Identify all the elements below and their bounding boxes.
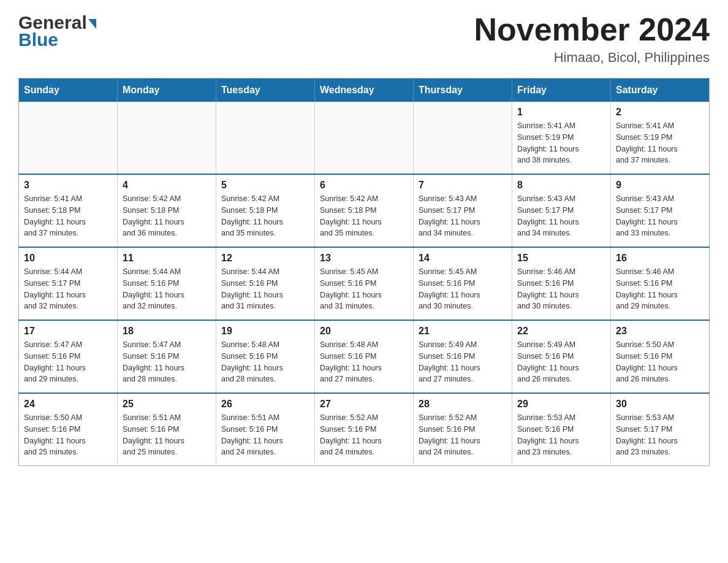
calendar-cell: 21Sunrise: 5:49 AMSunset: 5:16 PMDayligh…	[414, 320, 512, 393]
calendar-cell: 3Sunrise: 5:41 AMSunset: 5:18 PMDaylight…	[19, 174, 118, 247]
calendar-cell: 27Sunrise: 5:52 AMSunset: 5:16 PMDayligh…	[315, 393, 414, 466]
calendar-cell: 1Sunrise: 5:41 AMSunset: 5:19 PMDaylight…	[512, 102, 611, 174]
calendar-cell: 24Sunrise: 5:50 AMSunset: 5:16 PMDayligh…	[19, 393, 118, 466]
calendar-cell: 23Sunrise: 5:50 AMSunset: 5:16 PMDayligh…	[611, 320, 710, 393]
day-number: 28	[419, 399, 507, 410]
calendar-cell: 16Sunrise: 5:46 AMSunset: 5:16 PMDayligh…	[611, 247, 710, 320]
day-info: Sunrise: 5:42 AMSunset: 5:18 PMDaylight:…	[221, 193, 309, 239]
calendar-week-0: 1Sunrise: 5:41 AMSunset: 5:19 PMDaylight…	[19, 102, 710, 174]
day-info: Sunrise: 5:49 AMSunset: 5:16 PMDaylight:…	[517, 339, 605, 385]
day-info: Sunrise: 5:51 AMSunset: 5:16 PMDaylight:…	[221, 412, 309, 458]
month-title: November 2024	[474, 12, 710, 47]
day-number: 6	[320, 180, 408, 191]
calendar-cell: 6Sunrise: 5:42 AMSunset: 5:18 PMDaylight…	[315, 174, 414, 247]
calendar-week-3: 17Sunrise: 5:47 AMSunset: 5:16 PMDayligh…	[19, 320, 710, 393]
calendar-cell: 26Sunrise: 5:51 AMSunset: 5:16 PMDayligh…	[216, 393, 315, 466]
day-number: 29	[517, 399, 605, 410]
day-info: Sunrise: 5:45 AMSunset: 5:16 PMDaylight:…	[419, 266, 507, 312]
calendar-cell	[216, 102, 315, 174]
page-header: General Blue November 2024 Himaao, Bicol…	[18, 12, 710, 66]
calendar-table: SundayMondayTuesdayWednesdayThursdayFrid…	[18, 78, 710, 466]
calendar-cell: 17Sunrise: 5:47 AMSunset: 5:16 PMDayligh…	[19, 320, 118, 393]
day-number: 25	[123, 399, 211, 410]
day-info: Sunrise: 5:50 AMSunset: 5:16 PMDaylight:…	[616, 339, 704, 385]
day-info: Sunrise: 5:53 AMSunset: 5:17 PMDaylight:…	[616, 412, 704, 458]
calendar-week-4: 24Sunrise: 5:50 AMSunset: 5:16 PMDayligh…	[19, 393, 710, 466]
calendar-cell	[118, 102, 216, 174]
day-info: Sunrise: 5:48 AMSunset: 5:16 PMDaylight:…	[221, 339, 309, 385]
day-info: Sunrise: 5:42 AMSunset: 5:18 PMDaylight:…	[123, 193, 211, 239]
calendar-cell: 14Sunrise: 5:45 AMSunset: 5:16 PMDayligh…	[414, 247, 512, 320]
day-number: 8	[517, 180, 605, 191]
day-number: 4	[123, 180, 211, 191]
day-number: 12	[221, 253, 309, 264]
day-info: Sunrise: 5:45 AMSunset: 5:16 PMDaylight:…	[320, 266, 408, 312]
location-title: Himaao, Bicol, Philippines	[474, 50, 710, 66]
calendar-cell: 18Sunrise: 5:47 AMSunset: 5:16 PMDayligh…	[118, 320, 216, 393]
day-number: 5	[221, 180, 309, 191]
day-number: 17	[24, 326, 112, 337]
day-header-tuesday: Tuesday	[216, 79, 315, 102]
day-info: Sunrise: 5:42 AMSunset: 5:18 PMDaylight:…	[320, 193, 408, 239]
calendar-cell: 20Sunrise: 5:48 AMSunset: 5:16 PMDayligh…	[315, 320, 414, 393]
calendar-cell: 30Sunrise: 5:53 AMSunset: 5:17 PMDayligh…	[611, 393, 710, 466]
day-info: Sunrise: 5:43 AMSunset: 5:17 PMDaylight:…	[419, 193, 507, 239]
day-info: Sunrise: 5:52 AMSunset: 5:16 PMDaylight:…	[419, 412, 507, 458]
calendar-cell: 15Sunrise: 5:46 AMSunset: 5:16 PMDayligh…	[512, 247, 611, 320]
logo-triangle-icon	[88, 19, 96, 29]
day-number: 30	[616, 399, 704, 410]
calendar-cell: 5Sunrise: 5:42 AMSunset: 5:18 PMDaylight…	[216, 174, 315, 247]
day-number: 18	[123, 326, 211, 337]
day-info: Sunrise: 5:43 AMSunset: 5:17 PMDaylight:…	[616, 193, 704, 239]
logo-blue-text: Blue	[18, 29, 58, 50]
logo: General Blue	[18, 12, 96, 50]
day-info: Sunrise: 5:50 AMSunset: 5:16 PMDaylight:…	[24, 412, 112, 458]
calendar-week-2: 10Sunrise: 5:44 AMSunset: 5:17 PMDayligh…	[19, 247, 710, 320]
day-info: Sunrise: 5:51 AMSunset: 5:16 PMDaylight:…	[123, 412, 211, 458]
day-info: Sunrise: 5:43 AMSunset: 5:17 PMDaylight:…	[517, 193, 605, 239]
calendar-cell: 4Sunrise: 5:42 AMSunset: 5:18 PMDaylight…	[118, 174, 216, 247]
day-header-friday: Friday	[512, 79, 611, 102]
day-header-thursday: Thursday	[414, 79, 512, 102]
days-of-week-row: SundayMondayTuesdayWednesdayThursdayFrid…	[19, 79, 710, 102]
day-header-monday: Monday	[118, 79, 216, 102]
calendar-cell: 28Sunrise: 5:52 AMSunset: 5:16 PMDayligh…	[414, 393, 512, 466]
day-number: 19	[221, 326, 309, 337]
day-number: 1	[517, 107, 605, 118]
day-number: 3	[24, 180, 112, 191]
day-info: Sunrise: 5:48 AMSunset: 5:16 PMDaylight:…	[320, 339, 408, 385]
calendar-cell: 10Sunrise: 5:44 AMSunset: 5:17 PMDayligh…	[19, 247, 118, 320]
day-number: 9	[616, 180, 704, 191]
day-info: Sunrise: 5:41 AMSunset: 5:19 PMDaylight:…	[517, 120, 605, 166]
calendar-header: SundayMondayTuesdayWednesdayThursdayFrid…	[19, 79, 710, 102]
day-info: Sunrise: 5:53 AMSunset: 5:16 PMDaylight:…	[517, 412, 605, 458]
day-number: 26	[221, 399, 309, 410]
day-info: Sunrise: 5:41 AMSunset: 5:19 PMDaylight:…	[616, 120, 704, 166]
calendar-cell	[315, 102, 414, 174]
calendar-cell	[19, 102, 118, 174]
day-info: Sunrise: 5:44 AMSunset: 5:16 PMDaylight:…	[123, 266, 211, 312]
day-info: Sunrise: 5:44 AMSunset: 5:16 PMDaylight:…	[221, 266, 309, 312]
day-number: 16	[616, 253, 704, 264]
calendar-body: 1Sunrise: 5:41 AMSunset: 5:19 PMDaylight…	[19, 102, 710, 466]
day-number: 14	[419, 253, 507, 264]
calendar-cell: 9Sunrise: 5:43 AMSunset: 5:17 PMDaylight…	[611, 174, 710, 247]
day-info: Sunrise: 5:46 AMSunset: 5:16 PMDaylight:…	[517, 266, 605, 312]
day-header-sunday: Sunday	[19, 79, 118, 102]
day-info: Sunrise: 5:49 AMSunset: 5:16 PMDaylight:…	[419, 339, 507, 385]
day-info: Sunrise: 5:47 AMSunset: 5:16 PMDaylight:…	[24, 339, 112, 385]
calendar-cell: 8Sunrise: 5:43 AMSunset: 5:17 PMDaylight…	[512, 174, 611, 247]
calendar-cell: 19Sunrise: 5:48 AMSunset: 5:16 PMDayligh…	[216, 320, 315, 393]
title-section: November 2024 Himaao, Bicol, Philippines	[474, 12, 710, 66]
calendar-cell: 2Sunrise: 5:41 AMSunset: 5:19 PMDaylight…	[611, 102, 710, 174]
calendar-cell: 25Sunrise: 5:51 AMSunset: 5:16 PMDayligh…	[118, 393, 216, 466]
calendar-cell: 12Sunrise: 5:44 AMSunset: 5:16 PMDayligh…	[216, 247, 315, 320]
day-number: 15	[517, 253, 605, 264]
day-number: 10	[24, 253, 112, 264]
day-header-wednesday: Wednesday	[315, 79, 414, 102]
day-number: 11	[123, 253, 211, 264]
day-info: Sunrise: 5:52 AMSunset: 5:16 PMDaylight:…	[320, 412, 408, 458]
day-number: 24	[24, 399, 112, 410]
day-number: 23	[616, 326, 704, 337]
day-number: 22	[517, 326, 605, 337]
